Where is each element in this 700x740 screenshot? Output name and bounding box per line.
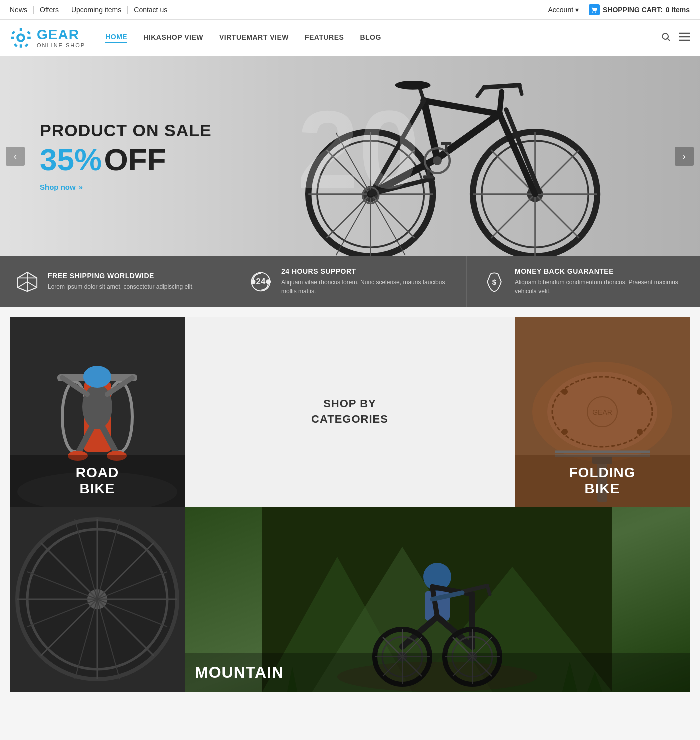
- nav-home[interactable]: HOME: [106, 33, 128, 43]
- svg-point-71: [637, 389, 643, 395]
- svg-line-29: [500, 92, 502, 114]
- svg-text:$: $: [492, 278, 497, 286]
- logo-brand: GEAR: [37, 27, 86, 43]
- logo[interactable]: GEAR ONLINE SHOP: [10, 27, 86, 49]
- svg-point-50: [267, 280, 271, 284]
- hero-bg-number: 20: [298, 87, 420, 213]
- nav-features[interactable]: FEATURES: [305, 33, 344, 43]
- cart-label: SHOPPING CART:: [603, 6, 663, 14]
- shop-by-title: SHOP BY CATEGORIES: [312, 396, 388, 427]
- svg-point-59: [84, 366, 112, 388]
- svg-line-24: [424, 101, 500, 114]
- cart-link[interactable]: SHOPPING CART: 0 Items: [589, 4, 690, 15]
- shop-by-categories-panel: SHOP BY CATEGORIES: [185, 317, 515, 507]
- moneyback-icon: $: [482, 269, 507, 294]
- category-road-bike[interactable]: ROADBIKE: [10, 317, 185, 507]
- top-right: Account ▾ SHOPPING CART: 0 Items: [548, 4, 690, 15]
- search-icon[interactable]: [661, 32, 671, 44]
- svg-rect-40: [424, 175, 434, 178]
- gear-icon: [10, 27, 32, 49]
- categories-section: ROADBIKE SHOP BY CATEGORIES: [0, 307, 700, 702]
- main-nav: HOME HIKASHOP VIEW VIRTUEMART VIEW FEATU…: [106, 33, 661, 43]
- hero-content: PRODUCT ON SALE 35% OFF Shop now »: [0, 121, 212, 192]
- features-bar: FREE SHIPPING WORLDWIDE Lorem ipsum dolo…: [0, 256, 700, 307]
- category-mountain-bike[interactable]: MOUNTAIN: [185, 507, 690, 692]
- nav-blog[interactable]: BLOG: [360, 33, 381, 43]
- category-folding-bike[interactable]: GEAR FOLDINGBIKE: [515, 317, 690, 507]
- svg-point-49: [252, 280, 256, 284]
- main-header: GEAR ONLINE SHOP HOME HIKASHOP VIEW VIRT…: [0, 20, 700, 56]
- nav-icons: [661, 32, 690, 44]
- logo-sub: ONLINE SHOP: [37, 42, 86, 48]
- hero-image: [175, 56, 700, 256]
- svg-point-70: [562, 389, 568, 395]
- logo-text: GEAR ONLINE SHOP: [37, 27, 86, 49]
- support-icon: 24: [248, 269, 274, 294]
- svg-line-32: [520, 85, 522, 94]
- top-nav: News Offers Upcoming items Contact us: [10, 6, 174, 14]
- svg-line-30: [484, 85, 520, 87]
- nav-hikashop[interactable]: HIKASHOP VIEW: [144, 33, 204, 43]
- hero-slider: 20 PRODUCT ON SALE 35% OFF Shop now » ‹ …: [0, 56, 700, 256]
- cart-count: 0 Items: [666, 6, 690, 14]
- account-link[interactable]: Account ▾: [548, 6, 578, 14]
- svg-line-123: [488, 586, 490, 594]
- slider-next-button[interactable]: ›: [675, 147, 694, 166]
- cart-icon: [589, 4, 600, 15]
- category-bottom-left[interactable]: [10, 507, 185, 692]
- feature-support-text: 24 HOURS SUPPORT Aliquam vitae rhoncus l…: [282, 267, 452, 296]
- svg-line-33: [420, 87, 424, 101]
- feature-support: 24 24 HOURS SUPPORT Aliquam vitae rhoncu…: [234, 256, 467, 307]
- categories-grid-top: ROADBIKE SHOP BY CATEGORIES: [10, 317, 690, 507]
- svg-rect-41: [441, 142, 452, 145]
- categories-grid-bottom: MOUNTAIN: [10, 507, 690, 692]
- hero-product-label: PRODUCT ON SALE: [40, 121, 212, 140]
- svg-line-27: [500, 114, 535, 194]
- nav-offers[interactable]: Offers: [34, 6, 66, 14]
- nav-news[interactable]: News: [10, 6, 34, 14]
- slider-prev-button[interactable]: ‹: [6, 147, 25, 166]
- svg-text:GEAR: GEAR: [592, 408, 612, 416]
- svg-line-45: [18, 282, 28, 288]
- nav-contact[interactable]: Contact us: [128, 6, 174, 14]
- svg-line-1: [668, 38, 670, 41]
- top-bar: News Offers Upcoming items Contact us Ac…: [0, 0, 700, 20]
- folding-bike-overlay: FOLDINGBIKE: [515, 455, 690, 507]
- mountain-bike-overlay: MOUNTAIN: [185, 653, 690, 692]
- menu-icon[interactable]: [679, 32, 690, 44]
- nav-virtuemart[interactable]: VIRTUEMART VIEW: [220, 33, 289, 43]
- svg-line-31: [478, 87, 484, 96]
- feature-moneyback: $ MONEY BACK GUARANTEE Aliquam bibendum …: [467, 256, 700, 307]
- road-bike-overlay: ROADBIKE: [10, 455, 185, 507]
- svg-point-0: [662, 33, 668, 39]
- feature-shipping: FREE SHIPPING WORLDWIDE Lorem ipsum dolo…: [0, 256, 234, 307]
- svg-point-37: [433, 156, 442, 165]
- svg-point-73: [637, 429, 643, 435]
- shipping-icon: [15, 269, 40, 294]
- feature-shipping-text: FREE SHIPPING WORLDWIDE Lorem ipsum dolo…: [48, 272, 194, 291]
- nav-upcoming[interactable]: Upcoming items: [66, 6, 128, 14]
- hero-off: OFF: [104, 142, 166, 177]
- shop-now-button[interactable]: Shop now »: [40, 183, 83, 191]
- svg-text:24: 24: [256, 277, 266, 286]
- feature-moneyback-text: MONEY BACK GUARANTEE Aliquam bibendum co…: [515, 267, 685, 296]
- hero-discount: 35%: [40, 142, 102, 177]
- svg-point-72: [562, 429, 568, 435]
- svg-line-46: [28, 282, 37, 288]
